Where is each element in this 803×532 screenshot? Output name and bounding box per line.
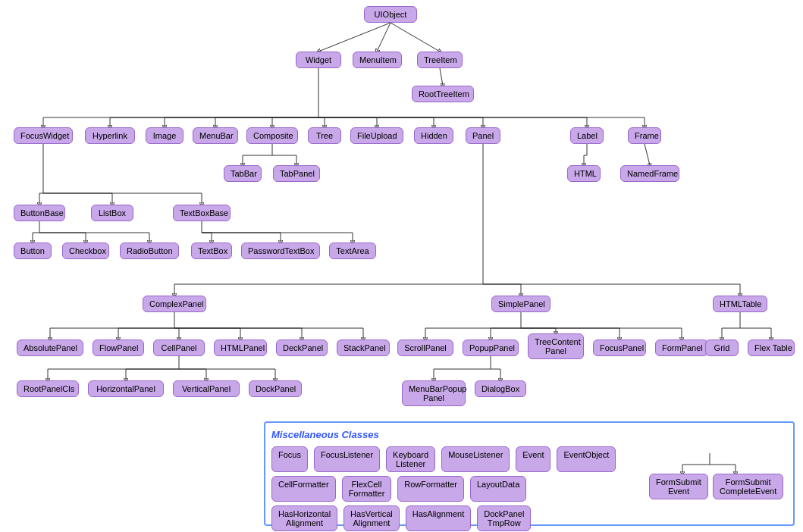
node-dialogbox: DialogBox (475, 380, 526, 397)
node-grid: Grid (705, 340, 739, 356)
node-panel: Panel (466, 127, 500, 144)
node-deckpanel: DeckPanel (276, 340, 328, 356)
node-widget: Widget (296, 52, 341, 68)
node-formsubmitevent: FormSubmitEvent (649, 474, 708, 499)
node-buttonbase: ButtonBase (14, 205, 65, 221)
node-formpanel: FormPanel (655, 340, 708, 356)
node-menuitem: MenuItem (353, 52, 402, 68)
svg-line-1 (377, 23, 391, 52)
node-htmlpanel: HTMLPanel (214, 340, 267, 356)
node-scrollpanel: ScrollPanel (397, 340, 453, 356)
node-image: Image (146, 127, 183, 144)
svg-line-0 (318, 23, 391, 52)
node-textbox: TextBox (191, 243, 232, 259)
misc-node-dockpaneltmprow: DockPanelTmpRow (477, 505, 531, 531)
class-diagram: UIObjectWidgetMenuItemTreeItemRootTreeIt… (0, 0, 803, 532)
misc-node-cellformatter: CellFormatter (271, 476, 336, 502)
svg-line-2 (391, 23, 440, 52)
node-listbox: ListBox (91, 205, 133, 221)
node-focuswidget: FocusWidget (14, 127, 73, 144)
node-label: Label (570, 127, 604, 144)
node-textarea: TextArea (329, 243, 376, 259)
misc-node-hasalignment: HasAlignment (406, 505, 471, 531)
node-composite: Composite (246, 127, 298, 144)
node-popuppanel: PopupPanel (463, 340, 519, 356)
node-tabbar: TabBar (224, 165, 262, 182)
node-tabpanel: TabPanel (273, 165, 320, 182)
node-formsubmitcompleteevent: FormSubmitCompleteEvent (713, 474, 783, 499)
node-roottreeitem: RootTreeItem (412, 86, 474, 102)
misc-node-event: Event (516, 446, 550, 472)
node-rootpanelcls: RootPanelCls (17, 380, 79, 397)
node-horizontalpanel: HorizontalPanel (88, 380, 164, 397)
node-treeitem: TreeItem (417, 52, 463, 68)
node-uiobject: UIObject (364, 6, 417, 23)
node-checkbox: Checkbox (62, 243, 109, 259)
node-dockpanel: DockPanel (249, 380, 302, 397)
misc-node-focus: Focus (271, 446, 308, 472)
node-frame: Frame (628, 127, 661, 144)
node-treecontentpanel: TreeContentPanel (528, 333, 584, 359)
node-complexpanel: ComplexPanel (143, 296, 206, 312)
node-radiobutton: RadioButton (120, 243, 179, 259)
misc-node-hashorizontalalignment: HasHorizontalAlignment (271, 505, 337, 531)
misc-node-hasverticalalignment: HasVerticalAlignment (343, 505, 400, 531)
node-html: HTML (567, 165, 601, 182)
node-verticalpanel: VerticalPanel (173, 380, 240, 397)
node-stackpanel: StackPanel (337, 340, 390, 356)
node-namedframe: NamedFrame (620, 165, 679, 182)
misc-title: Miscellaneous Classes (271, 429, 787, 440)
node-hyperlink: Hyperlink (85, 127, 135, 144)
node-flextable: Flex Table (748, 340, 795, 356)
node-hidden: Hidden (414, 127, 453, 144)
node-htmltable: HTMLTable (713, 296, 767, 312)
misc-node-eventobject: EventObject (557, 446, 616, 472)
misc-node-flexcellformatter: FlexCellFormatter (342, 476, 392, 502)
node-cellpanel: CellPanel (153, 340, 205, 356)
misc-node-layoutdata: LayoutData (470, 476, 526, 502)
svg-line-35 (645, 144, 650, 165)
misc-node-rowformatter: RowFormatter (397, 476, 464, 502)
node-passwordtextbox: PasswordTextBox (241, 243, 320, 259)
node-textboxbase: TextBoxBase (173, 205, 231, 221)
node-fileupload: FileUpload (350, 127, 403, 144)
node-button: Button (14, 243, 52, 259)
node-focuspanel: FocusPanel (593, 340, 646, 356)
node-tree: Tree (308, 127, 341, 144)
misc-node-mouselistener: MouseListener (441, 446, 510, 472)
node-simplepanel: SimplePanel (491, 296, 550, 312)
node-absolutepanel: AbsolutePanel (17, 340, 83, 356)
node-menubar: MenuBar (193, 127, 238, 144)
svg-line-3 (440, 68, 443, 86)
misc-node-keyboardlistener: KeyboardListener (386, 446, 435, 472)
misc-node-focuslistener: FocusListener (314, 446, 380, 472)
node-menubarpopuppanel: MenuBarPopupPanel (402, 380, 466, 406)
node-flowpanel: FlowPanel (93, 340, 144, 356)
